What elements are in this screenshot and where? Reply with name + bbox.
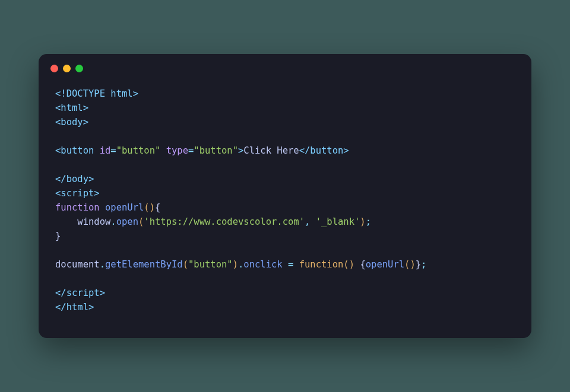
code-token: <!DOCTYPE html> (55, 88, 138, 99)
close-icon[interactable] (50, 65, 58, 72)
code-token: "button" (188, 259, 233, 270)
code-token: '_blank' (316, 216, 360, 227)
code-token: <button (55, 145, 94, 156)
code-token (283, 259, 288, 270)
code-token: ; (421, 259, 426, 270)
code-token: } (55, 231, 61, 241)
code-token: "button" (116, 145, 161, 156)
code-token (160, 145, 166, 156)
code-token (310, 216, 315, 227)
code-token: . (110, 216, 116, 227)
code-token (354, 259, 360, 270)
code-token: openUrl (366, 259, 404, 270)
code-token: <body> (55, 117, 88, 128)
code-token: </button> (299, 145, 349, 156)
code-token: ) (233, 259, 238, 270)
code-token: ( (183, 259, 188, 270)
code-token: function (299, 259, 344, 270)
code-token: "button" (194, 145, 238, 156)
code-token: = (188, 145, 194, 156)
code-token: } (416, 259, 421, 270)
code-token: function (55, 202, 100, 213)
code-token: > (238, 145, 243, 156)
code-token: ) (360, 216, 365, 227)
code-token: ; (366, 216, 371, 227)
code-token: () (144, 202, 155, 213)
code-token: Click Here (243, 145, 299, 156)
code-token: . (238, 259, 243, 270)
code-token: ) (349, 259, 354, 270)
code-token: <script> (55, 188, 100, 199)
code-token (293, 259, 299, 270)
minimize-icon[interactable] (63, 65, 71, 72)
code-block: <!DOCTYPE html> <html> <body> <button id… (39, 72, 531, 338)
window-titlebar (39, 54, 531, 72)
code-token (55, 216, 77, 227)
code-token: </scr (55, 288, 83, 298)
maximize-icon[interactable] (75, 65, 83, 72)
code-window: <!DOCTYPE html> <html> <body> <button id… (39, 54, 531, 338)
code-token: ipt> (83, 288, 105, 298)
code-token: </html> (55, 302, 94, 313)
code-token: { (360, 259, 365, 270)
code-token: . (100, 259, 105, 270)
code-token: { (155, 202, 160, 213)
code-token: ( (404, 259, 410, 270)
code-token (94, 145, 99, 156)
code-token: type (166, 145, 188, 156)
code-token (100, 202, 105, 213)
code-token: </body> (55, 174, 94, 184)
code-token: getElementById (105, 259, 183, 270)
code-token: = (110, 145, 116, 156)
code-token: open (116, 216, 138, 227)
code-token: window (77, 216, 110, 227)
code-token: <html> (55, 103, 88, 113)
code-token: ) (410, 259, 415, 270)
code-token: , (305, 216, 310, 227)
code-token: = (288, 259, 293, 270)
code-token: document (55, 259, 100, 270)
code-token: openUrl (105, 202, 144, 213)
code-token: onclick (243, 259, 282, 270)
code-token: ( (138, 216, 144, 227)
code-token: 'https://www.codevscolor.com' (144, 216, 305, 227)
code-token: id (100, 145, 111, 156)
code-token: ( (343, 259, 349, 270)
